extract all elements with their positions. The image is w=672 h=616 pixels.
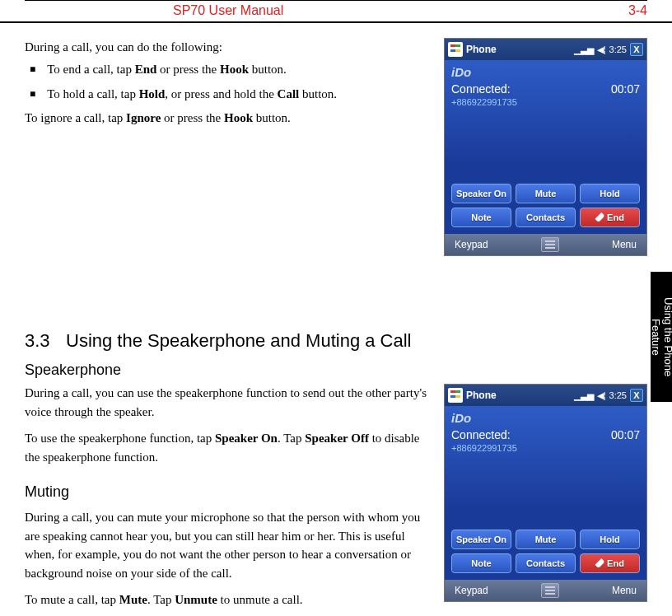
- end-button[interactable]: End: [580, 208, 640, 227]
- speaker-on-button[interactable]: Speaker On: [451, 184, 511, 203]
- bullet-text: To end a call, tap End or press the Hook…: [47, 60, 287, 79]
- sip-icon[interactable]: [541, 583, 559, 598]
- call-timer: 00:07: [611, 82, 640, 96]
- phone-number: +886922991735: [451, 443, 640, 453]
- hold-button[interactable]: Hold: [580, 184, 640, 203]
- section-title: Using the Speakerphone and Muting a Call: [66, 330, 412, 351]
- contacts-button[interactable]: Contacts: [516, 208, 576, 227]
- call-status: Connected:: [451, 428, 511, 441]
- speakerphone-text: During a call, you can use the speakerph…: [25, 384, 429, 616]
- page-number: 3-4: [628, 3, 647, 18]
- intro-text: During a call, you can do the following:…: [25, 38, 429, 256]
- subheading-muting: Muting: [25, 481, 429, 503]
- subheading-speakerphone: Speakerphone: [25, 362, 647, 379]
- speaker-on-button[interactable]: Speaker On: [451, 530, 511, 549]
- note-button[interactable]: Note: [451, 208, 511, 227]
- carrier-logo: iDo: [451, 65, 640, 79]
- call-status: Connected:: [451, 82, 511, 96]
- sip-icon[interactable]: [541, 237, 559, 252]
- bullet-item: ■ To hold a call, tap Hold, or press and…: [25, 85, 429, 104]
- close-button[interactable]: X: [630, 43, 643, 56]
- page-header: SP70 User Manual 3-4: [0, 0, 672, 23]
- manual-title: SP70 User Manual: [173, 3, 283, 18]
- end-button[interactable]: End: [580, 553, 640, 573]
- clock: 3:25: [609, 44, 627, 54]
- speakerphone-p2: To use the speakerphone function, tap Sp…: [25, 429, 429, 466]
- status-icons: ▁▃▅ ◀¦ 3:25: [574, 44, 627, 55]
- mute-button[interactable]: Mute: [516, 530, 576, 549]
- contacts-button[interactable]: Contacts: [516, 553, 576, 573]
- start-icon[interactable]: [448, 42, 463, 57]
- speaker-icon: ◀¦: [597, 44, 606, 55]
- phone-icon: [595, 212, 605, 222]
- call-timer: 00:07: [611, 428, 640, 441]
- speakerphone-p1: During a call, you can use the speakerph…: [25, 384, 429, 421]
- intro-lead: During a call, you can do the following:: [25, 38, 429, 57]
- phone-status-bar: Phone ▁▃▅ ◀¦ 3:25 X: [445, 39, 646, 60]
- menu-softkey[interactable]: Menu: [612, 585, 637, 596]
- bullet-text: To hold a call, tap Hold, or press and h…: [47, 85, 337, 104]
- phone-body: iDo Connected: 00:07 +886922991735 Speak…: [445, 406, 646, 580]
- signal-icon: ▁▃▅: [574, 390, 594, 401]
- section-heading: 3.3Using the Speakerphone and Muting a C…: [25, 330, 647, 352]
- phone-number: +886922991735: [451, 97, 640, 107]
- app-title: Phone: [466, 44, 571, 55]
- close-button[interactable]: X: [630, 389, 643, 402]
- muting-p1: During a call, you can mute your microph…: [25, 508, 429, 582]
- phone-icon: [595, 558, 605, 568]
- note-button[interactable]: Note: [451, 553, 511, 573]
- speaker-icon: ◀¦: [597, 390, 606, 401]
- phone-body: iDo Connected: 00:07 +886922991735 Speak…: [445, 60, 646, 234]
- page-content: During a call, you can do the following:…: [0, 23, 672, 616]
- phone-soft-bar: Keypad Menu: [445, 580, 646, 601]
- ignore-line: To ignore a call, tap Ignore or press th…: [25, 109, 429, 128]
- side-tab: Using the Phone Feature: [651, 272, 672, 402]
- phone-screenshot: Phone ▁▃▅ ◀¦ 3:25 X iDo Connected: 00:07…: [444, 384, 647, 602]
- bullet-item: ■ To end a call, tap End or press the Ho…: [25, 60, 429, 79]
- hold-button[interactable]: Hold: [580, 530, 640, 549]
- keypad-softkey[interactable]: Keypad: [455, 239, 488, 250]
- section-number: 3.3: [25, 330, 66, 352]
- status-icons: ▁▃▅ ◀¦ 3:25: [574, 390, 627, 401]
- carrier-logo: iDo: [451, 411, 640, 425]
- square-bullet-icon: ■: [30, 60, 35, 78]
- clock: 3:25: [609, 390, 627, 400]
- phone-soft-bar: Keypad Menu: [445, 234, 646, 255]
- square-bullet-icon: ■: [30, 85, 35, 103]
- signal-icon: ▁▃▅: [574, 44, 594, 55]
- start-icon[interactable]: [448, 388, 463, 403]
- phone-status-bar: Phone ▁▃▅ ◀¦ 3:25 X: [445, 385, 646, 406]
- mute-button[interactable]: Mute: [516, 184, 576, 203]
- menu-softkey[interactable]: Menu: [612, 239, 637, 250]
- keypad-softkey[interactable]: Keypad: [455, 585, 488, 596]
- muting-p2: To mute a call, tap Mute. Tap Unmute to …: [25, 590, 429, 609]
- app-title: Phone: [466, 390, 571, 401]
- phone-screenshot: Phone ▁▃▅ ◀¦ 3:25 X iDo Connected: 00:07…: [444, 38, 647, 256]
